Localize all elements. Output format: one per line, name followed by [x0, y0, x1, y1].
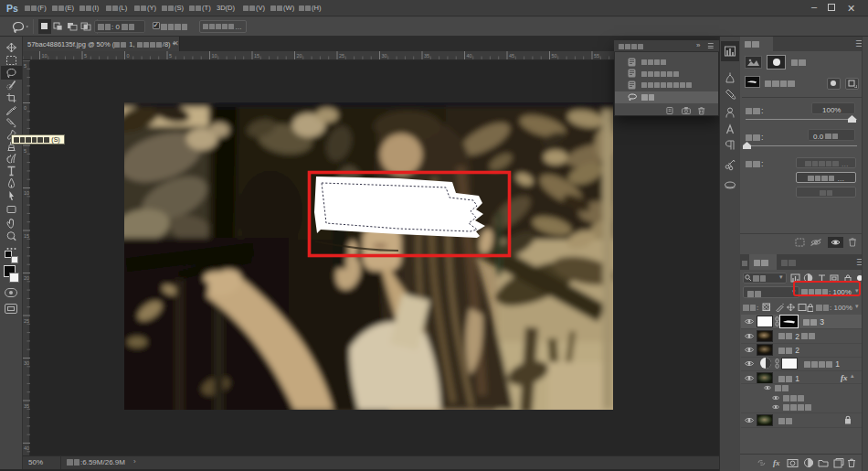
- svg-text:25: 25: [339, 53, 344, 59]
- svg-text:35: 35: [24, 403, 29, 409]
- svg-text:50: 50: [552, 53, 557, 59]
- svg-text:5: 5: [84, 53, 87, 59]
- svg-text:45: 45: [509, 53, 514, 59]
- svg-text:55: 55: [594, 53, 599, 59]
- svg-text:10: 10: [212, 53, 217, 59]
- svg-text:40: 40: [24, 445, 29, 451]
- svg-text:0: 0: [127, 53, 130, 59]
- svg-text:30: 30: [24, 360, 29, 366]
- svg-text:35: 35: [424, 53, 429, 59]
- svg-text:0: 0: [24, 105, 26, 111]
- svg-text:20: 20: [24, 275, 29, 281]
- svg-text:40: 40: [467, 53, 472, 59]
- svg-text:15: 15: [24, 233, 29, 239]
- svg-text:5: 5: [24, 148, 26, 154]
- svg-text:30: 30: [382, 53, 387, 59]
- svg-text:5: 5: [24, 63, 26, 69]
- svg-text:20: 20: [297, 53, 302, 59]
- svg-text:5: 5: [169, 53, 172, 59]
- svg-text:25: 25: [24, 318, 29, 324]
- svg-text:10: 10: [42, 53, 48, 59]
- svg-text:fx: fx: [773, 458, 780, 467]
- svg-text:15: 15: [254, 53, 259, 59]
- svg-text:10: 10: [24, 190, 29, 196]
